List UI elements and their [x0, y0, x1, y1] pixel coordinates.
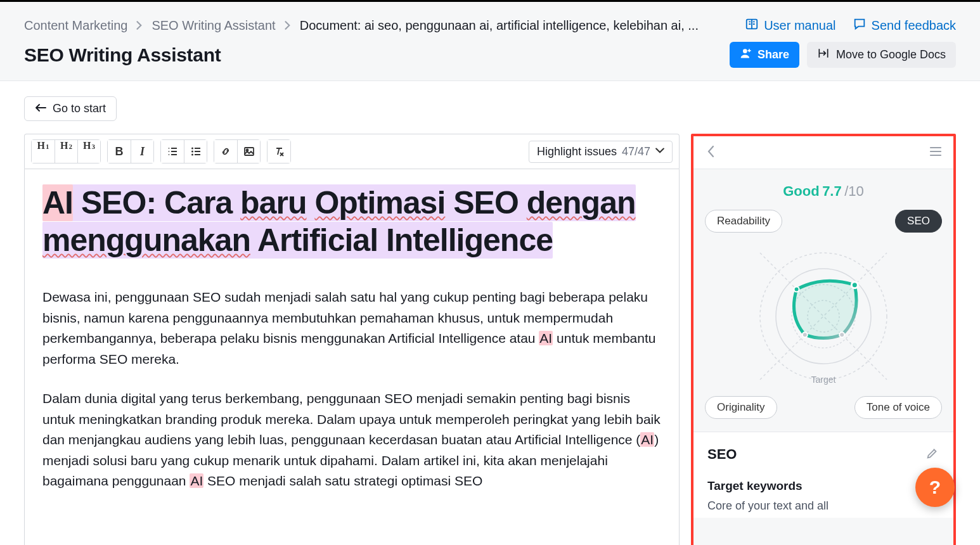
bullet-list-button[interactable]: [184, 140, 207, 163]
seo-section: SEO Target keywords Core of your text an…: [693, 432, 953, 518]
clear-format-button[interactable]: [268, 140, 290, 163]
page-title: SEO Writing Assistant: [24, 44, 221, 66]
breadcrumb-current: Document: ai seo, penggunaan ai, artific…: [300, 18, 699, 33]
document-paragraph: Dalam dunia digital yang terus berkemban…: [42, 388, 661, 492]
move-to-google-docs-button[interactable]: Move to Google Docs: [807, 42, 956, 68]
heading3-button[interactable]: H3: [77, 140, 100, 163]
bold-button[interactable]: B: [108, 140, 131, 163]
svg-point-16: [803, 332, 808, 337]
breadcrumb-content-marketing[interactable]: Content Marketing: [24, 18, 127, 33]
share-label: Share: [758, 48, 789, 61]
svg-point-3: [191, 151, 193, 153]
score-label: Good: [783, 183, 819, 199]
book-icon: [745, 17, 759, 34]
chevron-down-icon: [655, 145, 664, 158]
heading1-button[interactable]: H1: [32, 140, 55, 163]
help-button[interactable]: ?: [915, 468, 955, 507]
edit-icon[interactable]: [925, 446, 939, 463]
document-heading: AI SEO: Cara baru Optimasi SEO dengan me…: [42, 184, 661, 259]
panel-back-button[interactable]: [705, 145, 718, 160]
add-user-icon: [740, 47, 752, 63]
share-button[interactable]: Share: [730, 42, 799, 68]
breadcrumb: Content Marketing SEO Writing Assistant …: [24, 18, 699, 33]
score-value: 7.7: [822, 183, 842, 199]
italic-button[interactable]: I: [131, 140, 153, 163]
move-gdocs-label: Move to Google Docs: [836, 48, 946, 61]
go-to-start-button[interactable]: Go to start: [24, 96, 117, 121]
originality-chip[interactable]: Originality: [705, 396, 777, 419]
score-display: Good 7.7 /10: [693, 169, 953, 206]
svg-point-15: [839, 332, 844, 337]
breadcrumb-seo-writing-assistant[interactable]: SEO Writing Assistant: [152, 18, 275, 33]
svg-point-1: [743, 49, 747, 53]
document-paragraph: Dewasa ini, penggunaan SEO sudah menjadi…: [42, 287, 661, 369]
tone-of-voice-chip[interactable]: Tone of voice: [854, 396, 942, 419]
score-max: /10: [844, 183, 864, 199]
ordered-list-button[interactable]: [161, 140, 184, 163]
seo-section-title: SEO: [707, 446, 737, 463]
editor-toolbar: H1 H2 H3 B I: [24, 134, 680, 169]
user-manual-link[interactable]: User manual: [745, 17, 835, 34]
highlight-issues-dropdown[interactable]: Highlight issues 47/47: [529, 141, 673, 163]
image-button[interactable]: [237, 140, 260, 163]
target-keywords-desc: Core of your text and all: [707, 499, 939, 513]
svg-point-2: [191, 148, 193, 150]
radar-target-label: Target: [693, 375, 953, 385]
svg-point-4: [191, 154, 193, 156]
heading2-button[interactable]: H2: [55, 140, 77, 163]
chevron-right-icon: [285, 18, 291, 33]
radar-chart: [693, 236, 953, 397]
user-manual-label: User manual: [764, 18, 835, 33]
send-feedback-label: Send feedback: [872, 18, 956, 33]
readability-chip[interactable]: Readability: [705, 210, 782, 233]
arrow-left-icon: [35, 102, 46, 115]
seo-chip[interactable]: SEO: [895, 210, 942, 233]
link-button[interactable]: [214, 140, 237, 163]
go-to-start-label: Go to start: [53, 102, 106, 115]
panel-menu-button[interactable]: [929, 145, 942, 160]
document-editor[interactable]: AI SEO: Cara baru Optimasi SEO dengan me…: [24, 169, 680, 545]
export-icon: [817, 47, 830, 63]
svg-point-13: [794, 287, 799, 292]
highlight-issues-count: 47/47: [622, 145, 650, 158]
highlight-issues-label: Highlight issues: [537, 145, 617, 158]
send-feedback-link[interactable]: Send feedback: [853, 17, 956, 34]
target-keywords-heading: Target keywords: [707, 479, 939, 493]
chat-icon: [853, 17, 867, 34]
chevron-right-icon: [136, 18, 143, 33]
svg-point-14: [851, 282, 858, 288]
